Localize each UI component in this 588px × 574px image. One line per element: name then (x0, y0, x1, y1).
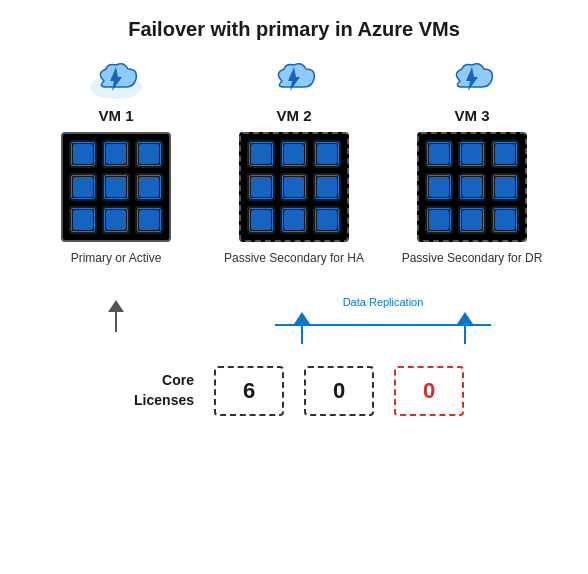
chip (425, 173, 453, 201)
license-box-vm1: 6 (214, 366, 284, 416)
chip (135, 173, 163, 201)
replication-label: Data Replication (343, 296, 424, 308)
chip (458, 173, 486, 201)
chip (313, 140, 341, 168)
vm1-column: VM 1 Primary or Active (42, 59, 190, 290)
chip (425, 206, 453, 234)
chip (313, 206, 341, 234)
chip (280, 206, 308, 234)
chip (247, 140, 275, 168)
vm2-arrow-stem (301, 324, 303, 344)
vm3-box (417, 132, 527, 242)
vm2-description: Passive Secondary for HA (224, 250, 364, 290)
chip (280, 140, 308, 168)
cloud-icon-vm1 (86, 59, 146, 101)
chip (102, 206, 130, 234)
diagram-area: VM 1 Primary or Active VM 2 (0, 59, 588, 290)
chip (102, 140, 130, 168)
vm3-arrow-stem (464, 324, 466, 344)
vm2-box (239, 132, 349, 242)
vm2-arrow-up (294, 312, 310, 324)
chip (69, 173, 97, 201)
chip (69, 140, 97, 168)
license-box-vm2: 0 (304, 366, 374, 416)
chip (135, 140, 163, 168)
vm1-arrow-up (108, 300, 124, 312)
chip (247, 206, 275, 234)
chip (313, 173, 341, 201)
license-value-vm1: 6 (243, 378, 255, 404)
chip (102, 173, 130, 201)
vm3-arrow-up (457, 312, 473, 324)
page-title: Failover with primary in Azure VMs (128, 18, 460, 41)
chip (280, 173, 308, 201)
vm2-column: VM 2 Passive Secondary for HA (220, 59, 368, 290)
license-value-vm2: 0 (333, 378, 345, 404)
chip (69, 206, 97, 234)
chip (135, 206, 163, 234)
licenses-section: CoreLicenses 6 0 0 (0, 366, 588, 416)
chip (425, 140, 453, 168)
vm3-column: VM 3 Passive Secondary for DR (398, 59, 546, 290)
chip (458, 206, 486, 234)
license-box-vm3: 0 (394, 366, 464, 416)
chip (491, 173, 519, 201)
vm1-box (61, 132, 171, 242)
vm2-label: VM 2 (276, 107, 311, 124)
vm3-description: Passive Secondary for DR (402, 250, 543, 290)
cloud-icon-vm3 (442, 59, 502, 101)
license-value-vm3: 0 (423, 378, 435, 404)
chip (458, 140, 486, 168)
chip (491, 140, 519, 168)
vm1-arrow-stem (115, 312, 117, 332)
chip (491, 206, 519, 234)
vm1-label: VM 1 (98, 107, 133, 124)
licenses-label: CoreLicenses (134, 371, 194, 410)
vm1-description: Primary or Active (71, 250, 162, 290)
chip (247, 173, 275, 201)
cloud-icon-vm2 (264, 59, 324, 101)
vm3-label: VM 3 (454, 107, 489, 124)
